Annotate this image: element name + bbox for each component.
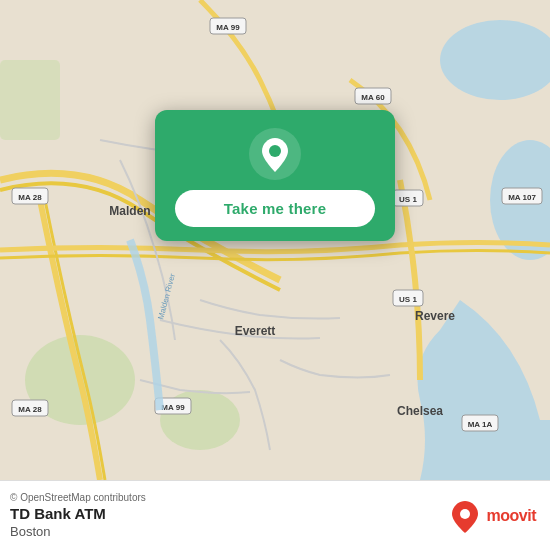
location-name: TD Bank ATM — [10, 505, 146, 522]
location-city: Boston — [10, 524, 146, 539]
moovit-text: moovit — [487, 507, 536, 525]
popup-card: Take me there — [155, 110, 395, 241]
svg-text:Revere: Revere — [415, 309, 455, 323]
svg-text:MA 28: MA 28 — [18, 405, 42, 414]
take-me-there-button[interactable]: Take me there — [175, 190, 375, 227]
svg-point-30 — [269, 145, 281, 157]
svg-text:MA 99: MA 99 — [161, 403, 185, 412]
svg-rect-5 — [0, 60, 60, 140]
svg-text:Everett: Everett — [235, 324, 276, 338]
svg-point-31 — [460, 509, 470, 519]
svg-text:MA 1A: MA 1A — [468, 420, 493, 429]
svg-text:MA 107: MA 107 — [508, 193, 536, 202]
svg-text:US 1: US 1 — [399, 195, 417, 204]
svg-text:US 1: US 1 — [399, 295, 417, 304]
svg-text:MA 60: MA 60 — [361, 93, 385, 102]
bottom-bar: © OpenStreetMap contributors TD Bank ATM… — [0, 480, 550, 550]
svg-text:Chelsea: Chelsea — [397, 404, 443, 418]
moovit-icon — [447, 498, 483, 534]
map-container: MA 99 MA 60 US 1 US 1 MA 107 MA 28 MA 28… — [0, 0, 550, 480]
location-pin-icon — [249, 128, 301, 180]
location-info: © OpenStreetMap contributors TD Bank ATM… — [10, 492, 146, 539]
moovit-logo: moovit — [447, 498, 536, 534]
svg-text:MA 99: MA 99 — [216, 23, 240, 32]
svg-text:Malden: Malden — [109, 204, 150, 218]
attribution: © OpenStreetMap contributors — [10, 492, 146, 503]
svg-text:MA 28: MA 28 — [18, 193, 42, 202]
